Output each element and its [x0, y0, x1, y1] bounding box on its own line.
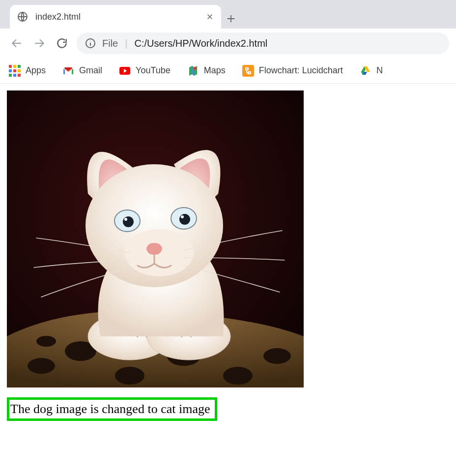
new-tab-button[interactable] [221, 9, 241, 29]
bookmark-label: N [376, 65, 383, 76]
highlighted-caption: The dog image is changed to cat image [7, 397, 217, 421]
svg-point-6 [195, 67, 196, 68]
site-info-icon[interactable] [85, 37, 96, 49]
svg-point-16 [36, 336, 56, 347]
bookmark-label: Gmail [79, 65, 102, 76]
maps-icon [187, 65, 199, 77]
bookmarks-bar: Apps Gmail YouTube Maps Flowchart: Lucid… [0, 58, 456, 84]
svg-point-25 [124, 218, 127, 221]
gmail-icon [62, 65, 74, 77]
bookmark-label: YouTube [136, 65, 171, 76]
reload-button[interactable] [52, 33, 72, 53]
back-button[interactable] [7, 33, 27, 53]
globe-icon [17, 11, 28, 23]
svg-point-29 [181, 215, 184, 218]
bookmark-label: Flowchart: Lucidchart [259, 65, 343, 76]
page-content: The dog image is changed to cat image [0, 84, 456, 428]
browser-tab[interactable]: index2.html [10, 5, 221, 29]
bookmark-drive[interactable]: N [358, 62, 385, 80]
svg-point-11 [115, 367, 144, 385]
bookmark-apps[interactable]: Apps [7, 62, 48, 80]
tab-title: index2.html [35, 12, 205, 22]
url-separator: | [125, 38, 127, 49]
forward-button[interactable] [29, 33, 49, 53]
lucidchart-icon [242, 65, 254, 77]
tab-strip: index2.html [0, 0, 456, 29]
address-bar[interactable]: File | C:/Users/HP/Work/index2.html [77, 32, 449, 54]
url-path: C:/Users/HP/Work/index2.html [134, 38, 267, 49]
bookmark-label: Maps [204, 65, 226, 76]
url-scheme-label: File [102, 38, 118, 49]
close-tab-icon[interactable] [205, 12, 214, 21]
svg-point-24 [123, 216, 134, 227]
youtube-icon [119, 65, 131, 77]
apps-icon [9, 65, 21, 77]
content-image [7, 90, 304, 387]
svg-point-14 [263, 348, 291, 364]
browser-toolbar: File | C:/Users/HP/Work/index2.html [0, 29, 456, 58]
svg-rect-7 [242, 65, 254, 77]
svg-point-28 [179, 214, 190, 225]
bookmark-label: Apps [26, 65, 46, 76]
bookmark-youtube[interactable]: YouTube [117, 62, 172, 80]
bookmark-maps[interactable]: Maps [185, 62, 228, 80]
svg-point-13 [223, 367, 253, 385]
caption-text: The dog image is changed to cat image [10, 402, 210, 416]
bookmark-lucidchart[interactable]: Flowchart: Lucidchart [240, 62, 345, 80]
bookmark-gmail[interactable]: Gmail [60, 62, 104, 80]
drive-icon [360, 65, 371, 77]
svg-point-9 [28, 358, 55, 374]
